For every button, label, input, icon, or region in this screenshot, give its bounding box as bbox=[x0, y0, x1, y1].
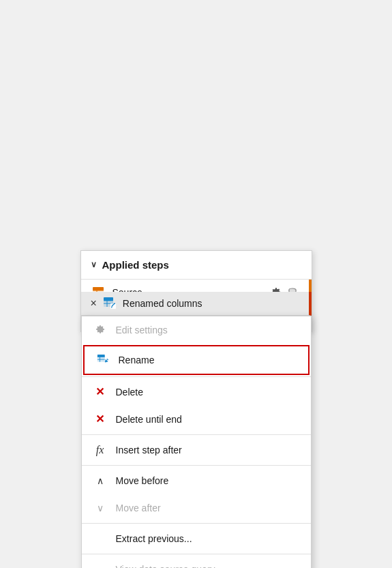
separator-5 bbox=[82, 554, 311, 554]
edit-settings-label: Edit settings bbox=[116, 325, 168, 335]
menu-item-rename[interactable]: Rename bbox=[83, 345, 310, 375]
data-source-query-icon bbox=[93, 562, 108, 569]
context-menu-overlay: × Renamed columns bbox=[81, 292, 312, 569]
delete-icon: ✕ bbox=[93, 385, 108, 400]
renamed-cols-icon bbox=[102, 296, 117, 311]
move-before-label: Move before bbox=[116, 475, 169, 486]
delete-until-end-icon: ✕ bbox=[93, 412, 108, 427]
menu-item-view-data-source-query[interactable]: View data source query bbox=[82, 556, 311, 569]
svg-rect-1 bbox=[93, 287, 104, 290]
menu-item-extract-previous[interactable]: Extract previous... bbox=[82, 525, 311, 552]
view-data-source-query-label: View data source query bbox=[116, 564, 215, 569]
menu-item-delete-until-end[interactable]: ✕ Delete until end bbox=[82, 406, 311, 433]
menu-item-delete[interactable]: ✕ Delete bbox=[82, 378, 311, 406]
separator-3 bbox=[82, 465, 311, 466]
svg-rect-21 bbox=[104, 297, 113, 301]
menu-item-move-after[interactable]: ∨ Move after bbox=[82, 494, 311, 522]
applied-steps-panel: ∨ Applied steps Source bbox=[80, 250, 312, 332]
move-after-label: Move after bbox=[116, 503, 161, 513]
rename-menu-icon bbox=[95, 353, 110, 368]
chevron-down-icon: ∨ bbox=[93, 500, 108, 515]
gear-menu-icon bbox=[93, 323, 108, 338]
separator-4 bbox=[82, 523, 311, 524]
fx-icon: fx bbox=[93, 443, 108, 458]
close-button[interactable]: × bbox=[91, 297, 97, 310]
panel-title: Applied steps bbox=[102, 259, 169, 271]
applied-steps-header: ∨ Applied steps bbox=[81, 251, 312, 280]
separator-1 bbox=[82, 376, 311, 377]
chevron-icon: ∨ bbox=[91, 260, 97, 269]
delete-label: Delete bbox=[116, 387, 143, 398]
extract-previous-icon bbox=[93, 531, 108, 546]
menu-item-move-before[interactable]: ∧ Move before bbox=[82, 467, 311, 494]
renamed-columns-row: × Renamed columns bbox=[81, 292, 312, 316]
extract-previous-label: Extract previous... bbox=[116, 533, 192, 544]
menu-item-insert-step-after[interactable]: fx Insert step after bbox=[82, 436, 311, 464]
delete-until-end-label: Delete until end bbox=[116, 414, 182, 425]
rename-label: Rename bbox=[119, 355, 155, 365]
context-menu: Edit settings Rename bbox=[81, 316, 312, 569]
separator-2 bbox=[82, 434, 311, 435]
chevron-up-icon: ∧ bbox=[93, 473, 108, 488]
menu-item-edit-settings[interactable]: Edit settings bbox=[82, 316, 311, 344]
renamed-columns-label: Renamed columns bbox=[123, 298, 202, 309]
insert-step-after-label: Insert step after bbox=[116, 445, 182, 455]
svg-rect-27 bbox=[97, 354, 104, 357]
